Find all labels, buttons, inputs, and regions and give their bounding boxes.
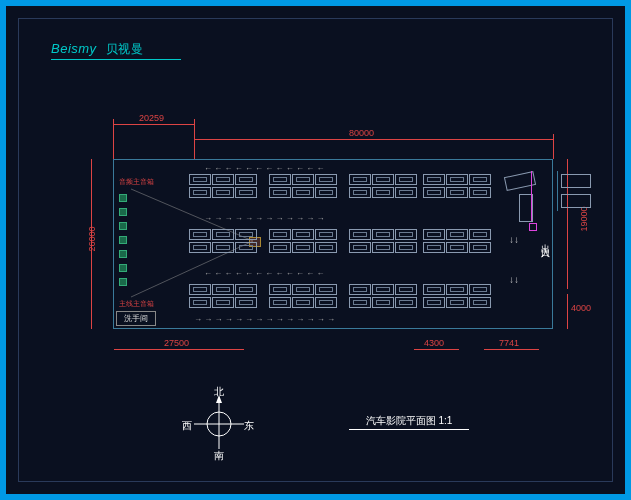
dim-top-span: 80000: [349, 128, 374, 138]
vehicle-outside: [561, 174, 591, 188]
parking-block: [423, 174, 491, 198]
flow-arrow-down: ↓↓: [509, 234, 519, 245]
flow-arrow-down: ↓↓: [509, 274, 519, 285]
flow-arrows: ← ← ← ← ← ← ← ← ← ← ← ←: [204, 269, 324, 278]
compass-s: 南: [214, 449, 224, 463]
entrance-label: 出入口: [539, 237, 552, 246]
parking-block: [189, 174, 257, 198]
dim-line: [414, 349, 459, 350]
parking-block: [423, 284, 491, 308]
parking-block: [269, 174, 337, 198]
parking-block: [269, 229, 337, 253]
dim-bottom-mid: 4300: [424, 338, 444, 348]
logo-text: Beismy: [51, 41, 97, 56]
parking-block: [189, 229, 257, 253]
dim-right-upper: 19000: [579, 206, 589, 231]
parking-block: [269, 284, 337, 308]
title-text: 汽车影院平面图 1:1: [366, 415, 453, 426]
compass-n: 北: [214, 385, 224, 399]
flow-arrows: ← ← ← ← ← ← ← ← ← ← ← ←: [204, 164, 324, 173]
dim-line: [194, 139, 554, 140]
flow-arrows: → → → → → → → → → → → → → →: [194, 315, 335, 324]
dim-tick: [553, 134, 554, 159]
compass-rose: 北 南 东 西: [184, 389, 254, 459]
dim-right-lower: 4000: [571, 303, 591, 313]
dim-line: [567, 294, 568, 329]
gate-base: [529, 223, 537, 231]
fence: [557, 171, 558, 211]
compass-w: 西: [182, 419, 192, 433]
dim-line: [114, 349, 244, 350]
dim-bottom-right: 7741: [499, 338, 519, 348]
brand-logo: Beismy 贝视曼: [51, 41, 143, 58]
app-frame: Beismy 贝视曼 20259 80000 26000 27500 4300 …: [0, 0, 631, 500]
dim-line: [484, 349, 539, 350]
parking-block: [189, 284, 257, 308]
parking-block: [349, 284, 417, 308]
parking-block: [423, 229, 491, 253]
washroom: 洗手间: [116, 311, 156, 326]
parking-block: [349, 174, 417, 198]
drawing-title: 汽车影院平面图 1:1: [349, 414, 469, 430]
logo-zh: 贝视曼: [106, 42, 144, 56]
dim-bottom-left: 27500: [164, 338, 189, 348]
flow-arrows: → → → → → → → → → → → →: [204, 214, 324, 223]
dim-left: 26000: [87, 226, 97, 251]
washroom-label: 洗手间: [124, 313, 148, 324]
logo-underline: [51, 59, 181, 60]
gate-barrier: [531, 171, 532, 221]
cad-canvas: Beismy 贝视曼 20259 80000 26000 27500 4300 …: [18, 18, 613, 482]
dim-top-left: 20259: [139, 113, 164, 123]
parking-block: [349, 229, 417, 253]
dim-tick: [194, 119, 195, 159]
compass-e: 东: [244, 419, 254, 433]
dim-tick: [113, 119, 114, 159]
dim-line: [114, 124, 194, 125]
vehicle-outside: [561, 194, 591, 208]
